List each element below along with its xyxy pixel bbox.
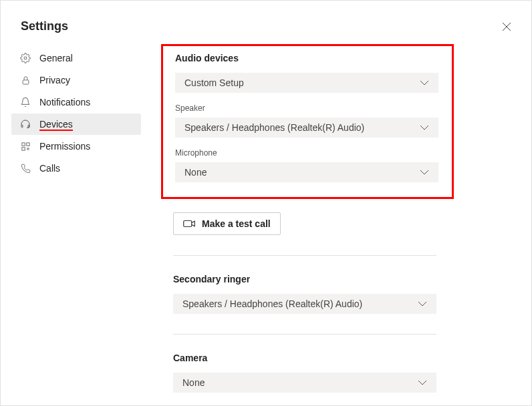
page-title: Settings: [21, 19, 68, 33]
main: Audio devices Custom Setup Speaker Speak…: [144, 47, 531, 393]
sidebar-item-general[interactable]: General: [11, 47, 141, 69]
sidebar-item-label: Notifications: [39, 97, 90, 108]
secondary-ringer-title: Secondary ringer: [173, 274, 467, 284]
audio-devices-title: Audio devices: [175, 53, 440, 63]
divider: [173, 255, 436, 256]
gear-icon: [19, 52, 31, 64]
main-inner: Audio devices Custom Setup Speaker Speak…: [173, 44, 467, 393]
headset-icon: [19, 118, 31, 130]
camera-title: Camera: [173, 353, 467, 363]
make-test-call-button[interactable]: Make a test call: [173, 212, 281, 235]
test-call-icon: [183, 218, 195, 229]
svg-rect-5: [26, 142, 29, 145]
chevron-down-icon: [420, 79, 429, 86]
test-call-label: Make a test call: [202, 218, 271, 229]
chevron-down-icon: [418, 300, 427, 307]
sidebar-item-label: Permissions: [39, 141, 90, 152]
apps-icon: [19, 140, 31, 152]
select-value: None: [182, 377, 205, 388]
svg-rect-1: [23, 79, 29, 83]
svg-rect-6: [21, 147, 24, 150]
container: General Privacy Notifications: [1, 47, 531, 393]
camera-select[interactable]: None: [173, 373, 436, 393]
sidebar-item-label: Devices: [39, 119, 73, 131]
lock-icon: [19, 74, 31, 86]
divider: [173, 334, 436, 335]
header: Settings: [1, 1, 531, 47]
sidebar-item-permissions[interactable]: Permissions: [11, 136, 141, 157]
select-value: None: [184, 167, 207, 178]
sidebar-item-notifications[interactable]: Notifications: [11, 91, 141, 113]
audio-highlight: Audio devices Custom Setup Speaker Speak…: [161, 44, 454, 199]
sidebar: General Privacy Notifications: [1, 47, 144, 393]
chevron-down-icon: [420, 124, 429, 131]
bell-icon: [19, 96, 31, 108]
sidebar-item-devices[interactable]: Devices: [11, 114, 141, 135]
select-value: Speakers / Headphones (Realtek(R) Audio): [184, 122, 364, 133]
speaker-select[interactable]: Speakers / Headphones (Realtek(R) Audio): [175, 118, 438, 138]
close-icon[interactable]: [502, 22, 511, 31]
audio-device-select[interactable]: Custom Setup: [175, 73, 438, 93]
svg-rect-2: [21, 125, 23, 127]
sidebar-item-privacy[interactable]: Privacy: [11, 69, 141, 91]
sidebar-item-calls[interactable]: Calls: [11, 158, 141, 179]
select-value: Speakers / Headphones (Realtek(R) Audio): [182, 298, 362, 309]
sidebar-item-label: General: [39, 53, 73, 63]
svg-rect-3: [28, 125, 29, 127]
svg-rect-7: [184, 221, 192, 227]
microphone-select[interactable]: None: [175, 162, 438, 182]
phone-icon: [19, 162, 31, 174]
chevron-down-icon: [420, 169, 429, 176]
select-value: Custom Setup: [184, 77, 244, 88]
svg-point-0: [24, 57, 27, 59]
sidebar-item-label: Privacy: [39, 75, 70, 85]
speaker-label: Speaker: [175, 104, 440, 113]
sidebar-item-label: Calls: [39, 163, 60, 174]
svg-rect-4: [21, 142, 24, 145]
microphone-label: Microphone: [175, 148, 440, 158]
secondary-ringer-select[interactable]: Speakers / Headphones (Realtek(R) Audio): [173, 294, 436, 314]
chevron-down-icon: [418, 379, 427, 386]
